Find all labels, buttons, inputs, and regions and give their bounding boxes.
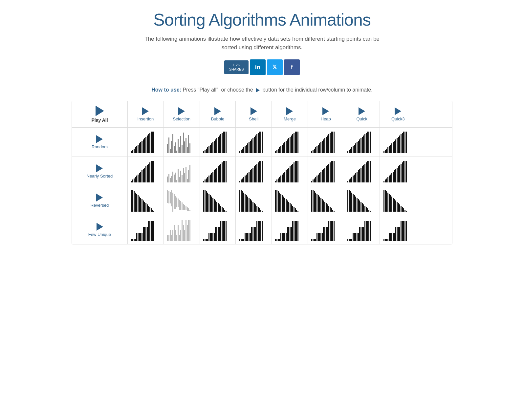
svg-rect-89 bbox=[297, 132, 298, 153]
svg-rect-177 bbox=[187, 179, 188, 182]
svg-rect-59 bbox=[246, 145, 247, 153]
svg-rect-561 bbox=[387, 239, 388, 241]
svg-rect-47 bbox=[218, 137, 219, 153]
svg-rect-96 bbox=[319, 143, 320, 153]
svg-rect-267 bbox=[367, 161, 368, 182]
svg-rect-132 bbox=[391, 143, 392, 153]
svg-rect-471 bbox=[207, 239, 208, 241]
svg-rect-38 bbox=[206, 149, 207, 153]
nearly-sorted-row-label-cell[interactable]: Nearly Sorted bbox=[72, 157, 128, 186]
reversed-bubble-viz bbox=[203, 189, 232, 212]
svg-rect-312 bbox=[175, 196, 176, 209]
play-all-button[interactable]: Play All bbox=[91, 106, 108, 123]
svg-rect-477 bbox=[215, 227, 216, 241]
svg-rect-197 bbox=[226, 161, 227, 182]
svg-rect-67 bbox=[256, 134, 257, 153]
header-quick3[interactable]: Quick3 bbox=[380, 101, 416, 127]
insertion-play-button[interactable]: Insertion bbox=[137, 107, 154, 121]
random-bubble-viz bbox=[203, 131, 232, 153]
svg-rect-28 bbox=[180, 136, 181, 153]
few-unique-play-button[interactable]: Few Unique bbox=[88, 223, 111, 237]
quick3-play-button[interactable]: Quick3 bbox=[391, 107, 404, 121]
svg-rect-493 bbox=[249, 233, 250, 241]
svg-rect-18 bbox=[167, 144, 168, 153]
few-unique-shell-cell bbox=[236, 215, 272, 244]
svg-rect-294 bbox=[139, 197, 140, 212]
insertion-play-icon bbox=[142, 107, 149, 115]
random-quick3-cell bbox=[380, 128, 416, 157]
quick-play-button[interactable]: Quick bbox=[356, 107, 367, 121]
svg-rect-435 bbox=[135, 239, 136, 241]
svg-rect-124 bbox=[368, 132, 369, 153]
header-play-all[interactable]: Play All bbox=[72, 101, 128, 127]
few-unique-quick3-cell bbox=[380, 215, 416, 244]
svg-rect-239 bbox=[318, 175, 319, 182]
svg-rect-111 bbox=[351, 147, 352, 153]
svg-rect-57 bbox=[243, 147, 244, 153]
svg-rect-73 bbox=[276, 150, 277, 153]
heap-play-button[interactable]: Heap bbox=[321, 107, 331, 121]
svg-rect-261 bbox=[359, 169, 360, 182]
svg-rect-118 bbox=[360, 138, 361, 153]
svg-rect-534 bbox=[327, 227, 328, 241]
shell-play-button[interactable]: Shell bbox=[249, 107, 258, 121]
svg-rect-333 bbox=[215, 200, 216, 212]
svg-rect-479 bbox=[218, 227, 219, 241]
svg-rect-398 bbox=[350, 191, 351, 212]
header-quick[interactable]: Quick bbox=[344, 101, 380, 127]
svg-rect-193 bbox=[220, 164, 221, 182]
header-merge[interactable]: Merge bbox=[272, 101, 308, 127]
nearly-sorted-play-button[interactable]: Nearly Sorted bbox=[87, 164, 113, 178]
svg-rect-146 bbox=[134, 178, 135, 182]
header-bubble[interactable]: Bubble bbox=[200, 101, 236, 127]
svg-rect-21 bbox=[171, 141, 172, 153]
linkedin-button[interactable]: in bbox=[250, 59, 266, 75]
svg-rect-512 bbox=[286, 233, 287, 241]
random-row-label-cell[interactable]: Random bbox=[72, 128, 128, 157]
svg-rect-198 bbox=[239, 181, 240, 182]
svg-rect-152 bbox=[142, 170, 142, 182]
twitter-button[interactable]: 𝕏 bbox=[267, 59, 283, 75]
svg-rect-40 bbox=[208, 146, 209, 153]
svg-rect-510 bbox=[283, 233, 284, 241]
svg-rect-358 bbox=[260, 210, 261, 212]
random-quick-viz bbox=[347, 131, 376, 153]
svg-rect-469 bbox=[205, 239, 206, 241]
svg-rect-80 bbox=[286, 141, 287, 153]
bubble-play-button[interactable]: Bubble bbox=[211, 107, 224, 121]
svg-rect-516 bbox=[291, 227, 292, 241]
svg-rect-374 bbox=[294, 207, 295, 212]
svg-rect-394 bbox=[332, 210, 333, 212]
svg-rect-321 bbox=[187, 207, 188, 211]
reversed-row-label-cell[interactable]: Reversed bbox=[72, 186, 128, 215]
svg-rect-331 bbox=[212, 198, 213, 212]
header-heap[interactable]: Heap bbox=[308, 101, 344, 127]
header-shell[interactable]: Shell bbox=[236, 101, 272, 127]
svg-rect-245 bbox=[326, 166, 327, 182]
header-insertion[interactable]: Insertion bbox=[128, 101, 164, 127]
svg-rect-472 bbox=[208, 233, 209, 241]
svg-rect-171 bbox=[179, 177, 180, 182]
random-play-button[interactable]: Random bbox=[92, 135, 108, 149]
svg-rect-114 bbox=[355, 143, 356, 153]
svg-rect-15 bbox=[151, 132, 152, 153]
svg-rect-246 bbox=[327, 165, 328, 182]
selection-play-button[interactable]: Selection bbox=[173, 107, 190, 121]
facebook-button[interactable]: f bbox=[284, 59, 300, 75]
svg-rect-143 bbox=[406, 132, 407, 153]
svg-rect-192 bbox=[219, 165, 220, 182]
svg-rect-51 bbox=[223, 132, 224, 153]
svg-rect-88 bbox=[296, 132, 297, 153]
reversed-play-button[interactable]: Reversed bbox=[91, 194, 109, 208]
svg-rect-388 bbox=[324, 202, 325, 212]
svg-rect-554 bbox=[366, 221, 367, 241]
few-unique-heap-cell bbox=[308, 215, 344, 244]
few-unique-row-label-cell[interactable]: Few Unique bbox=[72, 215, 128, 244]
svg-rect-32 bbox=[186, 138, 186, 153]
header-selection[interactable]: Selection bbox=[164, 101, 200, 127]
svg-rect-560 bbox=[386, 239, 387, 241]
svg-rect-128 bbox=[386, 149, 387, 153]
few-unique-play-icon bbox=[97, 223, 103, 231]
svg-rect-169 bbox=[176, 180, 177, 182]
merge-play-button[interactable]: Merge bbox=[284, 107, 296, 121]
